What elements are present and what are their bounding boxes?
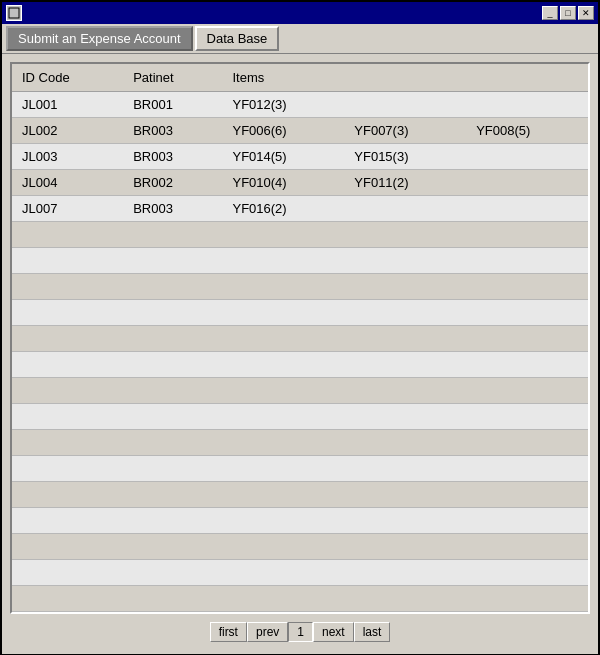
data-table: ID Code Patinet Items JL001BR001YF012(3)…	[12, 64, 588, 612]
cell-id: JL007	[12, 196, 123, 222]
cell-empty	[222, 248, 344, 274]
cell-empty	[123, 534, 222, 560]
cell-item1: YF006(6)	[222, 118, 344, 144]
cell-empty	[222, 378, 344, 404]
cell-empty	[222, 586, 344, 612]
table-row: JL001BR001YF012(3)	[12, 92, 588, 118]
cell-empty	[344, 248, 466, 274]
cell-empty	[222, 430, 344, 456]
cell-empty	[344, 430, 466, 456]
cell-empty	[123, 352, 222, 378]
table-row-empty	[12, 248, 588, 274]
table-row: JL002BR003YF006(6)YF007(3)YF008(5)	[12, 118, 588, 144]
cell-empty	[222, 534, 344, 560]
cell-empty	[123, 378, 222, 404]
cell-patient: BR003	[123, 144, 222, 170]
cell-item1: YF012(3)	[222, 92, 344, 118]
cell-empty	[12, 248, 123, 274]
menu-submit-expense[interactable]: Submit an Expense Account	[6, 26, 193, 51]
first-page-button[interactable]: first	[210, 622, 247, 642]
table-row-empty	[12, 352, 588, 378]
cell-empty	[344, 456, 466, 482]
cell-empty	[344, 508, 466, 534]
cell-empty	[123, 586, 222, 612]
cell-empty	[344, 560, 466, 586]
table-row-empty	[12, 326, 588, 352]
cell-patient: BR002	[123, 170, 222, 196]
svg-rect-0	[9, 8, 19, 18]
menu-bar: Submit an Expense Account Data Base	[2, 24, 598, 54]
cell-empty	[12, 222, 123, 248]
cell-patient: BR003	[123, 118, 222, 144]
cell-item2	[344, 196, 466, 222]
cell-item3	[466, 196, 588, 222]
cell-empty	[466, 378, 588, 404]
cell-empty	[466, 248, 588, 274]
cell-empty	[12, 482, 123, 508]
prev-page-button[interactable]: prev	[247, 622, 288, 642]
cell-empty	[123, 248, 222, 274]
table-row: JL003BR003YF014(5)YF015(3)	[12, 144, 588, 170]
cell-id: JL002	[12, 118, 123, 144]
cell-empty	[12, 378, 123, 404]
table-row-empty	[12, 508, 588, 534]
table-row-empty	[12, 586, 588, 612]
cell-empty	[123, 274, 222, 300]
cell-item2: YF015(3)	[344, 144, 466, 170]
cell-empty	[466, 352, 588, 378]
cell-empty	[466, 404, 588, 430]
current-page-button[interactable]: 1	[288, 622, 313, 642]
cell-item3: YF008(5)	[466, 118, 588, 144]
cell-id: JL004	[12, 170, 123, 196]
header-patient: Patinet	[123, 64, 222, 92]
cell-empty	[12, 352, 123, 378]
table-row-empty	[12, 482, 588, 508]
cell-empty	[344, 300, 466, 326]
cell-empty	[123, 456, 222, 482]
table-row-empty	[12, 456, 588, 482]
cell-empty	[123, 482, 222, 508]
next-page-button[interactable]: next	[313, 622, 354, 642]
cell-empty	[344, 586, 466, 612]
table-row: JL007BR003YF016(2)	[12, 196, 588, 222]
pagination: first prev 1 next last	[10, 614, 590, 646]
cell-item1: YF016(2)	[222, 196, 344, 222]
cell-item2	[344, 92, 466, 118]
cell-item1: YF014(5)	[222, 144, 344, 170]
cell-empty	[344, 222, 466, 248]
cell-empty	[466, 586, 588, 612]
cell-empty	[12, 586, 123, 612]
table-row-empty	[12, 534, 588, 560]
cell-empty	[222, 482, 344, 508]
cell-item2: YF011(2)	[344, 170, 466, 196]
table-row-empty	[12, 222, 588, 248]
cell-empty	[123, 300, 222, 326]
cell-empty	[12, 430, 123, 456]
close-button[interactable]: ✕	[578, 6, 594, 20]
cell-empty	[466, 274, 588, 300]
cell-empty	[12, 326, 123, 352]
header-items-2	[344, 64, 466, 92]
menu-database[interactable]: Data Base	[195, 26, 280, 51]
cell-patient: BR003	[123, 196, 222, 222]
cell-empty	[222, 326, 344, 352]
table-row-empty	[12, 430, 588, 456]
table-row-empty	[12, 560, 588, 586]
cell-empty	[123, 222, 222, 248]
cell-empty	[466, 534, 588, 560]
header-items-3	[466, 64, 588, 92]
cell-item3	[466, 170, 588, 196]
cell-empty	[222, 456, 344, 482]
cell-item1: YF010(4)	[222, 170, 344, 196]
title-bar: _ □ ✕	[2, 2, 598, 24]
cell-empty	[344, 378, 466, 404]
maximize-button[interactable]: □	[560, 6, 576, 20]
table-row-empty	[12, 300, 588, 326]
cell-empty	[123, 560, 222, 586]
cell-empty	[12, 456, 123, 482]
cell-empty	[123, 508, 222, 534]
table-row-empty	[12, 404, 588, 430]
last-page-button[interactable]: last	[354, 622, 391, 642]
cell-empty	[222, 352, 344, 378]
minimize-button[interactable]: _	[542, 6, 558, 20]
